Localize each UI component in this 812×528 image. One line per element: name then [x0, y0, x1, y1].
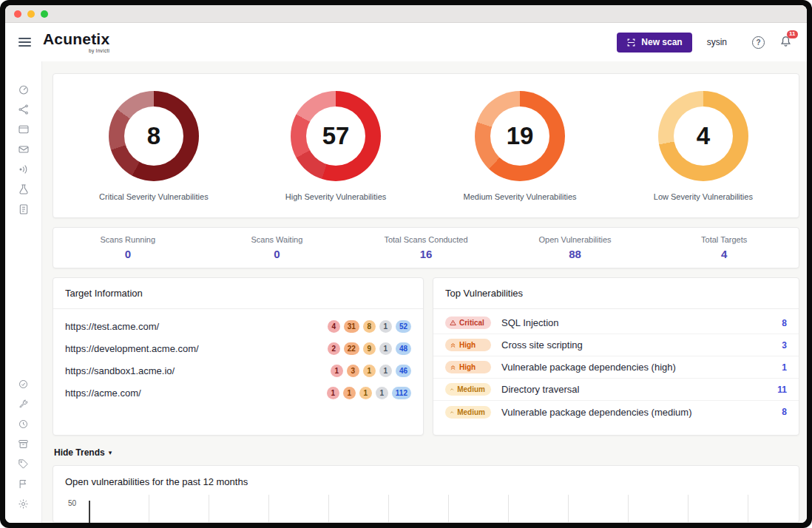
target-severity-badges: 1 1 1 1 112	[327, 387, 411, 399]
sidebar-item-settings[interactable]	[18, 494, 29, 514]
sidebar-item-dashboard[interactable]	[18, 79, 30, 99]
medium-badge[interactable]: 8	[363, 320, 376, 333]
sidebar-item-tags[interactable]	[18, 454, 29, 474]
hamburger-menu-icon[interactable]	[18, 38, 31, 47]
target-row[interactable]: https://acme.com/ 1 1 1 1 112	[53, 382, 423, 404]
low-donut-chart: 4	[658, 91, 748, 181]
stat-value[interactable]: 4	[721, 248, 727, 260]
severity-summary-card: 8 Critical Severity Vulnerabilities 57 H…	[53, 73, 799, 218]
critical-label: Critical Severity Vulnerabilities	[99, 192, 209, 201]
sidebar-item-archive[interactable]	[18, 434, 29, 454]
info-badge[interactable]: 112	[392, 387, 411, 399]
severity-pill-high: High	[445, 339, 491, 351]
username[interactable]: sysin	[707, 37, 727, 47]
target-url[interactable]: https://development.acme.com/	[65, 343, 199, 354]
critical-donut[interactable]: 8 Critical Severity Vulnerabilities	[99, 91, 209, 201]
sidebar-item-tools[interactable]	[18, 394, 29, 414]
close-window-button[interactable]	[14, 10, 21, 18]
vulnerability-row[interactable]: Critical SQL Injection 8	[433, 312, 799, 334]
vulnerability-name[interactable]: Cross site scripting	[501, 339, 583, 351]
scan-icon	[626, 38, 636, 47]
help-icon[interactable]: ?	[752, 36, 765, 49]
stat-open-vulnerabilities: Open Vulnerabilities 88	[501, 235, 650, 260]
medium-badge[interactable]: 1	[363, 365, 376, 377]
target-row[interactable]: https://sandbox1.acme.io/ 1 3 1 1 46	[53, 359, 423, 382]
critical-badge[interactable]: 1	[331, 365, 343, 377]
medium-donut[interactable]: 19 Medium Severity Vulnerabilities	[464, 91, 577, 201]
chevron-up-icon	[450, 386, 454, 393]
flag-icon	[18, 478, 29, 490]
vulnerability-name[interactable]: Vulnerable package dependencies (high)	[501, 362, 676, 373]
info-badge[interactable]: 46	[396, 365, 411, 377]
waves-icon	[18, 163, 30, 175]
y-axis-line	[89, 501, 90, 523]
medium-badge[interactable]: 9	[363, 342, 376, 355]
sidebar-item-flags[interactable]	[18, 474, 29, 494]
sidebar-item-discovery[interactable]	[18, 99, 30, 119]
double-chevron-up-icon	[450, 364, 456, 370]
vulnerability-count[interactable]: 8	[782, 407, 787, 417]
sidebar-item-status[interactable]	[18, 374, 29, 394]
vulnerability-count[interactable]: 8	[782, 318, 787, 328]
new-scan-button[interactable]: New scan	[617, 33, 691, 53]
check-circle-icon	[18, 379, 29, 390]
critical-badge[interactable]: 1	[327, 387, 339, 399]
clock-icon	[18, 419, 29, 430]
high-badge[interactable]: 22	[344, 342, 359, 355]
low-badge[interactable]: 1	[379, 320, 392, 333]
high-badge[interactable]: 1	[343, 387, 356, 399]
sidebar-item-history[interactable]	[18, 414, 29, 434]
vulnerability-name[interactable]: Directory traversal	[501, 384, 579, 395]
sidebar-item-labs[interactable]	[18, 179, 30, 199]
stat-scans-waiting: Scans Waiting 0	[203, 235, 352, 260]
stat-label: Total Targets	[701, 235, 747, 244]
target-information-title: Target Information	[53, 278, 423, 309]
hide-trends-toggle[interactable]: Hide Trends ▾	[54, 447, 798, 458]
target-row[interactable]: https://test.acme.com/ 4 31 8 1 52	[53, 315, 423, 337]
high-badge[interactable]: 31	[344, 320, 359, 333]
target-url[interactable]: https://acme.com/	[65, 387, 141, 399]
stat-value[interactable]: 0	[274, 248, 280, 260]
stat-value[interactable]: 88	[569, 248, 581, 260]
low-badge[interactable]: 1	[379, 365, 392, 377]
titlebar	[5, 5, 807, 23]
vulnerability-row[interactable]: High Cross site scripting 3	[433, 334, 799, 356]
low-donut[interactable]: 4 Low Severity Vulnerabilities	[654, 91, 753, 201]
minimize-window-button[interactable]	[27, 10, 35, 18]
trend-chart-plot: 50	[67, 495, 787, 522]
vulnerability-count[interactable]: 1	[782, 362, 787, 373]
info-badge[interactable]: 52	[396, 320, 411, 333]
vulnerability-row[interactable]: Medium Directory traversal 11	[433, 379, 799, 401]
critical-badge[interactable]: 4	[328, 320, 340, 333]
medium-badge[interactable]: 1	[359, 387, 372, 399]
archive-icon	[18, 439, 29, 450]
vulnerability-row[interactable]: Medium Vulnerable package dependencies (…	[433, 401, 799, 423]
info-badge[interactable]: 48	[396, 342, 411, 355]
sidebar-item-scans[interactable]	[18, 159, 30, 179]
vulnerability-name[interactable]: SQL Injection	[501, 317, 559, 328]
high-donut[interactable]: 57 High Severity Vulnerabilities	[285, 91, 387, 201]
vulnerability-count[interactable]: 3	[782, 340, 787, 351]
low-badge[interactable]: 1	[379, 342, 392, 355]
notifications-button[interactable]: 11	[779, 35, 792, 50]
critical-badge[interactable]: 2	[328, 342, 340, 355]
vulnerability-row[interactable]: High Vulnerable package dependencies (hi…	[433, 356, 799, 379]
sidebar-item-targets[interactable]	[18, 119, 30, 139]
severity-pill-high: High	[445, 361, 491, 373]
stat-value[interactable]: 16	[420, 248, 433, 260]
low-badge[interactable]: 1	[376, 387, 388, 399]
brand-logo[interactable]: Acunetix by Invicti	[43, 31, 109, 53]
vulnerability-name[interactable]: Vulnerable package dependencies (medium)	[501, 407, 692, 418]
zoom-window-button[interactable]	[41, 10, 48, 18]
stat-label: Scans Running	[100, 235, 155, 244]
target-row[interactable]: https://development.acme.com/ 2 22 9 1 4…	[53, 337, 423, 359]
wrench-icon	[18, 399, 29, 410]
target-url[interactable]: https://test.acme.com/	[65, 321, 159, 332]
stat-value[interactable]: 0	[125, 248, 131, 260]
trend-chart-title: Open vulnerabilities for the past 12 mon…	[53, 466, 799, 495]
sidebar-item-vulnerabilities[interactable]	[18, 139, 30, 159]
sidebar-item-reports[interactable]	[18, 199, 30, 219]
high-badge[interactable]: 3	[347, 365, 359, 377]
target-url[interactable]: https://sandbox1.acme.io/	[65, 365, 175, 376]
vulnerability-count[interactable]: 11	[777, 385, 787, 395]
